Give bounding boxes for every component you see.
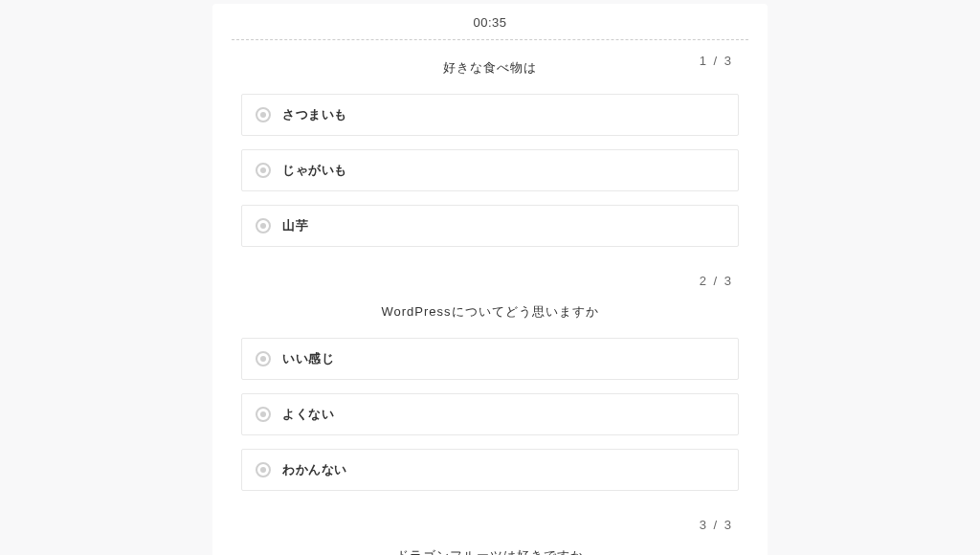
question-counter: 2 / 3 — [700, 274, 733, 288]
timer: 00:35 — [212, 4, 768, 39]
option-label: 山芋 — [282, 217, 308, 234]
quiz-card: 00:35 1 / 3 好きな食べ物は さつまいも じゃがいも 山芋 2 / 3… — [212, 4, 768, 555]
option-label: いい感じ — [282, 350, 334, 367]
option[interactable]: じゃがいも — [241, 149, 739, 191]
question-header: 2 / 3 WordPressについてどう思いますか — [241, 260, 739, 338]
radio-icon — [256, 218, 271, 233]
question-counter: 3 / 3 — [700, 518, 733, 532]
question-block: 1 / 3 好きな食べ物は さつまいも じゃがいも 山芋 — [212, 40, 768, 247]
option[interactable]: よくない — [241, 393, 739, 435]
question-header: 3 / 3 ドラゴンフルーツは好きですか — [241, 504, 739, 555]
option[interactable]: 山芋 — [241, 205, 739, 247]
option-label: わかんない — [282, 461, 347, 478]
radio-icon — [256, 351, 271, 366]
option-label: さつまいも — [282, 106, 347, 123]
radio-icon — [256, 462, 271, 477]
question-title: 好きな食べ物は — [241, 59, 739, 77]
question-block: 3 / 3 ドラゴンフルーツは好きですか はい — [212, 504, 768, 555]
question-header: 1 / 3 好きな食べ物は — [241, 40, 739, 94]
question-block: 2 / 3 WordPressについてどう思いますか いい感じ よくない わかん… — [212, 260, 768, 491]
radio-icon — [256, 107, 271, 122]
option[interactable]: わかんない — [241, 449, 739, 491]
option-label: じゃがいも — [282, 162, 347, 179]
question-title: ドラゴンフルーツは好きですか — [241, 547, 739, 555]
question-counter: 1 / 3 — [700, 54, 733, 68]
question-title: WordPressについてどう思いますか — [241, 303, 739, 321]
radio-icon — [256, 163, 271, 178]
option-label: よくない — [282, 406, 334, 423]
radio-icon — [256, 407, 271, 422]
option[interactable]: いい感じ — [241, 338, 739, 380]
option[interactable]: さつまいも — [241, 94, 739, 136]
